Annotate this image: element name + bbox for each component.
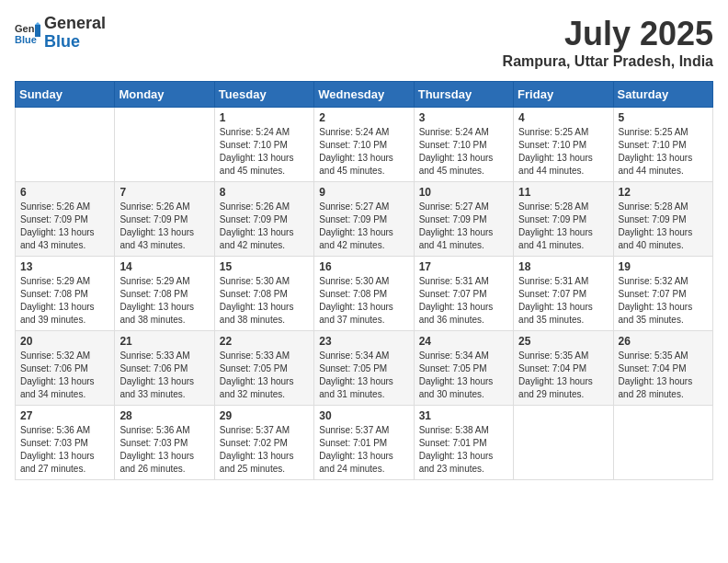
day-info: Sunrise: 5:32 AM Sunset: 7:07 PM Dayligh… [619, 275, 708, 327]
day-number: 24 [419, 335, 508, 348]
day-number: 6 [20, 186, 109, 199]
day-number: 1 [220, 111, 309, 124]
table-row: 24Sunrise: 5:34 AM Sunset: 7:05 PM Dayli… [414, 331, 513, 406]
day-number: 10 [419, 186, 508, 199]
day-number: 26 [619, 335, 708, 348]
header-saturday: Saturday [613, 82, 712, 108]
day-info: Sunrise: 5:26 AM Sunset: 7:09 PM Dayligh… [20, 201, 109, 252]
logo: General Blue General Blue [15, 15, 106, 52]
table-row: 15Sunrise: 5:30 AM Sunset: 7:08 PM Dayli… [214, 257, 313, 331]
table-row: 31Sunrise: 5:38 AM Sunset: 7:01 PM Dayli… [414, 406, 513, 480]
day-info: Sunrise: 5:26 AM Sunset: 7:09 PM Dayligh… [119, 201, 209, 252]
day-number: 27 [20, 409, 109, 422]
day-info: Sunrise: 5:35 AM Sunset: 7:04 PM Dayligh… [518, 350, 608, 401]
calendar-week-row: 20Sunrise: 5:32 AM Sunset: 7:06 PM Dayli… [16, 331, 713, 406]
table-row: 29Sunrise: 5:37 AM Sunset: 7:02 PM Dayli… [214, 406, 313, 480]
day-number: 22 [220, 335, 309, 348]
day-number: 14 [119, 260, 209, 273]
logo-blue-text: Blue [44, 32, 80, 51]
day-info: Sunrise: 5:34 AM Sunset: 7:05 PM Dayligh… [319, 350, 408, 401]
table-row [514, 406, 613, 480]
day-info: Sunrise: 5:31 AM Sunset: 7:07 PM Dayligh… [419, 275, 508, 327]
table-row: 6Sunrise: 5:26 AM Sunset: 7:09 PM Daylig… [16, 182, 115, 257]
day-number: 21 [119, 335, 209, 348]
day-info: Sunrise: 5:29 AM Sunset: 7:08 PM Dayligh… [20, 275, 109, 327]
day-info: Sunrise: 5:24 AM Sunset: 7:10 PM Dayligh… [419, 126, 508, 178]
day-number: 18 [518, 260, 608, 273]
day-info: Sunrise: 5:30 AM Sunset: 7:08 PM Dayligh… [220, 275, 309, 327]
table-row: 7Sunrise: 5:26 AM Sunset: 7:09 PM Daylig… [115, 182, 214, 257]
day-number: 28 [119, 409, 209, 422]
svg-marker-2 [35, 25, 40, 37]
day-number: 7 [119, 186, 209, 199]
table-row: 8Sunrise: 5:26 AM Sunset: 7:09 PM Daylig… [214, 182, 313, 257]
day-number: 11 [518, 186, 608, 199]
month-title: July 2025 [503, 15, 713, 53]
day-info: Sunrise: 5:25 AM Sunset: 7:10 PM Dayligh… [518, 126, 608, 178]
table-row: 26Sunrise: 5:35 AM Sunset: 7:04 PM Dayli… [613, 331, 712, 406]
day-number: 13 [20, 260, 109, 273]
day-info: Sunrise: 5:28 AM Sunset: 7:09 PM Dayligh… [619, 201, 708, 252]
day-info: Sunrise: 5:32 AM Sunset: 7:06 PM Dayligh… [20, 350, 109, 401]
table-row: 22Sunrise: 5:33 AM Sunset: 7:05 PM Dayli… [214, 331, 313, 406]
day-number: 3 [419, 111, 508, 124]
header-sunday: Sunday [16, 82, 115, 108]
table-row [16, 108, 115, 182]
day-info: Sunrise: 5:36 AM Sunset: 7:03 PM Dayligh… [119, 424, 209, 476]
table-row: 2Sunrise: 5:24 AM Sunset: 7:10 PM Daylig… [314, 108, 414, 182]
header-monday: Monday [115, 82, 214, 108]
day-number: 30 [319, 409, 408, 422]
table-row: 3Sunrise: 5:24 AM Sunset: 7:10 PM Daylig… [414, 108, 513, 182]
table-row: 9Sunrise: 5:27 AM Sunset: 7:09 PM Daylig… [314, 182, 414, 257]
table-row: 16Sunrise: 5:30 AM Sunset: 7:08 PM Dayli… [314, 257, 414, 331]
day-info: Sunrise: 5:33 AM Sunset: 7:06 PM Dayligh… [119, 350, 209, 401]
header: General Blue General Blue July 2025 Ramp… [15, 15, 713, 70]
day-info: Sunrise: 5:25 AM Sunset: 7:10 PM Dayligh… [619, 126, 708, 178]
table-row: 23Sunrise: 5:34 AM Sunset: 7:05 PM Dayli… [314, 331, 414, 406]
day-number: 12 [619, 186, 708, 199]
day-info: Sunrise: 5:24 AM Sunset: 7:10 PM Dayligh… [319, 126, 408, 178]
table-row: 28Sunrise: 5:36 AM Sunset: 7:03 PM Dayli… [115, 406, 214, 480]
day-info: Sunrise: 5:27 AM Sunset: 7:09 PM Dayligh… [319, 201, 408, 252]
table-row: 19Sunrise: 5:32 AM Sunset: 7:07 PM Dayli… [613, 257, 712, 331]
table-row: 5Sunrise: 5:25 AM Sunset: 7:10 PM Daylig… [613, 108, 712, 182]
day-number: 5 [619, 111, 708, 124]
table-row: 11Sunrise: 5:28 AM Sunset: 7:09 PM Dayli… [514, 182, 613, 257]
table-row: 25Sunrise: 5:35 AM Sunset: 7:04 PM Dayli… [514, 331, 613, 406]
day-number: 8 [220, 186, 309, 199]
day-number: 19 [619, 260, 708, 273]
logo-general-text: General [44, 14, 106, 32]
day-number: 15 [220, 260, 309, 273]
table-row: 13Sunrise: 5:29 AM Sunset: 7:08 PM Dayli… [16, 257, 115, 331]
table-row: 17Sunrise: 5:31 AM Sunset: 7:07 PM Dayli… [414, 257, 513, 331]
table-row: 30Sunrise: 5:37 AM Sunset: 7:01 PM Dayli… [314, 406, 414, 480]
header-wednesday: Wednesday [314, 82, 414, 108]
table-row: 12Sunrise: 5:28 AM Sunset: 7:09 PM Dayli… [613, 182, 712, 257]
title-area: July 2025 Rampura, Uttar Pradesh, India [503, 15, 713, 70]
day-info: Sunrise: 5:29 AM Sunset: 7:08 PM Dayligh… [119, 275, 209, 327]
location-title: Rampura, Uttar Pradesh, India [503, 53, 713, 70]
day-number: 31 [419, 409, 508, 422]
day-info: Sunrise: 5:26 AM Sunset: 7:09 PM Dayligh… [220, 201, 309, 252]
table-row: 27Sunrise: 5:36 AM Sunset: 7:03 PM Dayli… [16, 406, 115, 480]
day-number: 23 [319, 335, 408, 348]
day-number: 4 [518, 111, 608, 124]
svg-text:Blue: Blue [15, 34, 37, 45]
table-row: 14Sunrise: 5:29 AM Sunset: 7:08 PM Dayli… [115, 257, 214, 331]
table-row: 18Sunrise: 5:31 AM Sunset: 7:07 PM Dayli… [514, 257, 613, 331]
day-number: 9 [319, 186, 408, 199]
day-info: Sunrise: 5:30 AM Sunset: 7:08 PM Dayligh… [319, 275, 408, 327]
logo-icon: General Blue [15, 20, 40, 46]
table-row: 20Sunrise: 5:32 AM Sunset: 7:06 PM Dayli… [16, 331, 115, 406]
day-number: 2 [319, 111, 408, 124]
table-row [613, 406, 712, 480]
calendar-week-row: 27Sunrise: 5:36 AM Sunset: 7:03 PM Dayli… [16, 406, 713, 480]
header-friday: Friday [514, 82, 613, 108]
day-number: 16 [319, 260, 408, 273]
day-number: 20 [20, 335, 109, 348]
header-thursday: Thursday [414, 82, 513, 108]
day-info: Sunrise: 5:38 AM Sunset: 7:01 PM Dayligh… [419, 424, 508, 476]
day-info: Sunrise: 5:37 AM Sunset: 7:01 PM Dayligh… [319, 424, 408, 476]
day-number: 17 [419, 260, 508, 273]
table-row [115, 108, 214, 182]
